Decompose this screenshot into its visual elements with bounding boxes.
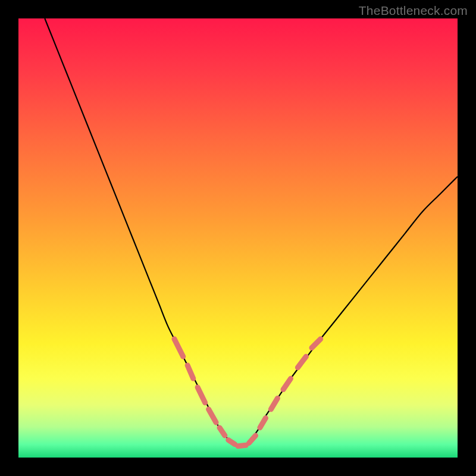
highlight-dash [238,445,246,446]
plot-area [18,18,458,458]
highlight-dash [228,440,235,444]
plot-background [18,18,458,458]
watermark-label: TheBottleneck.com [359,4,468,18]
plot-svg [18,18,458,458]
chart-frame: TheBottleneck.com [0,0,476,476]
